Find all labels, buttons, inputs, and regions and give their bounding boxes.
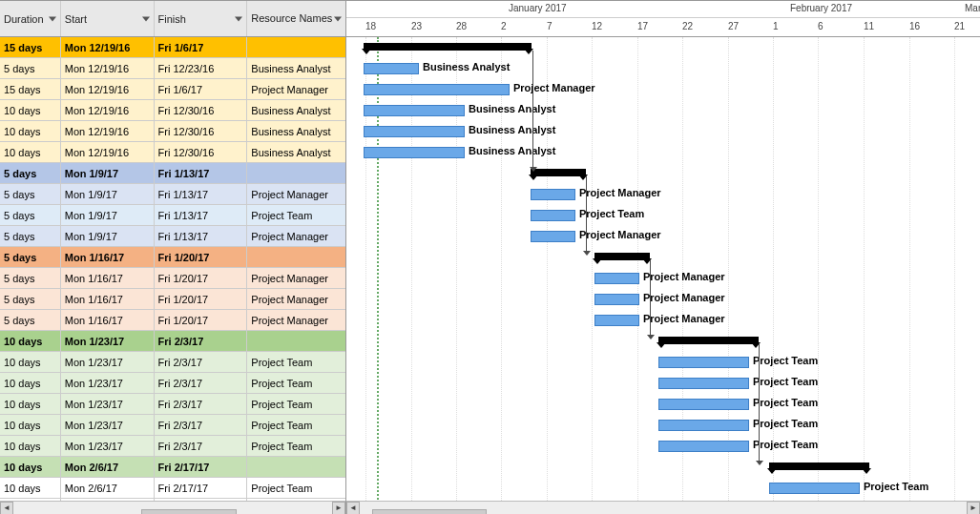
gantt-task-bar[interactable] (658, 357, 749, 368)
cell-start[interactable]: Mon 12/19/16 (61, 100, 155, 120)
col-header-resource[interactable]: Resource Names (247, 1, 345, 36)
table-row[interactable]: 10 daysMon 1/23/17Fri 2/3/17Project Team (0, 373, 345, 394)
table-row[interactable]: 5 daysMon 1/9/17Fri 1/13/17 (0, 163, 345, 184)
table-row[interactable]: 5 daysMon 1/9/17Fri 1/13/17Project Manag… (0, 226, 345, 247)
cell-start[interactable]: Mon 1/9/17 (61, 163, 155, 183)
dropdown-icon[interactable] (49, 16, 56, 21)
cell-start[interactable]: Mon 12/19/16 (61, 121, 155, 141)
col-header-finish[interactable]: Finish (155, 1, 248, 36)
scroll-right-button[interactable]: ► (332, 502, 345, 515)
cell-finish[interactable]: Fri 12/30/16 (155, 142, 248, 162)
gantt-summary-bar[interactable] (769, 463, 869, 470)
gantt-task-bar[interactable] (594, 273, 639, 284)
cell-finish[interactable]: Fri 2/3/17 (155, 436, 248, 456)
cell-resource[interactable]: Business Analyst (247, 121, 345, 141)
cell-finish[interactable]: Fri 2/3/17 (155, 331, 248, 351)
scroll-left-button[interactable]: ◄ (346, 502, 360, 515)
cell-start[interactable]: Mon 12/19/16 (61, 142, 155, 162)
col-header-duration[interactable]: Duration (0, 1, 61, 36)
cell-duration[interactable]: 10 days (0, 436, 61, 456)
cell-start[interactable]: Mon 1/16/17 (61, 268, 155, 288)
table-row[interactable]: 10 daysMon 12/19/16Fri 12/30/16Business … (0, 142, 345, 163)
cell-start[interactable]: Mon 12/19/16 (61, 79, 155, 99)
gantt-task-bar[interactable] (658, 420, 749, 431)
cell-resource[interactable]: Project Team (247, 436, 345, 456)
cell-duration[interactable]: 5 days (0, 268, 61, 288)
cell-start[interactable]: Mon 1/23/17 (61, 394, 155, 414)
table-row[interactable]: 10 daysMon 1/23/17Fri 2/3/17Project Team (0, 352, 345, 373)
cell-finish[interactable]: Fri 1/13/17 (155, 184, 248, 204)
table-row[interactable]: 10 daysMon 1/23/17Fri 2/3/17Project Team (0, 394, 345, 415)
gantt-task-bar[interactable] (658, 441, 749, 452)
cell-duration[interactable]: 10 days (0, 478, 61, 498)
cell-start[interactable]: Mon 1/23/17 (61, 415, 155, 435)
cell-finish[interactable]: Fri 2/3/17 (155, 352, 248, 372)
cell-duration[interactable]: 10 days (0, 394, 61, 414)
dropdown-icon[interactable] (142, 16, 150, 21)
cell-start[interactable]: Mon 1/9/17 (61, 226, 155, 246)
cell-resource[interactable]: Project Manager (247, 310, 345, 330)
cell-duration[interactable]: 5 days (0, 58, 61, 78)
cell-duration[interactable]: 5 days (0, 289, 61, 309)
cell-duration[interactable]: 10 days (0, 373, 61, 393)
cell-finish[interactable]: Fri 1/13/17 (155, 226, 248, 246)
table-row[interactable]: 5 daysMon 1/9/17Fri 1/13/17Project Team (0, 205, 345, 226)
cell-finish[interactable]: Fri 1/20/17 (155, 289, 248, 309)
gantt-task-bar[interactable] (364, 84, 510, 95)
cell-resource[interactable]: Business Analyst (247, 100, 345, 120)
cell-finish[interactable]: Fri 1/20/17 (155, 268, 248, 288)
cell-finish[interactable]: Fri 2/3/17 (155, 415, 248, 435)
cell-start[interactable]: Mon 1/9/17 (61, 205, 155, 225)
cell-duration[interactable]: 15 days (0, 37, 61, 57)
cell-duration[interactable]: 10 days (0, 100, 61, 120)
cell-resource[interactable]: Business Analyst (247, 58, 345, 78)
cell-resource[interactable]: Project Team (247, 373, 345, 393)
cell-finish[interactable]: Fri 12/30/16 (155, 100, 248, 120)
dropdown-icon[interactable] (235, 16, 242, 21)
table-row[interactable]: 5 daysMon 1/16/17Fri 1/20/17Project Mana… (0, 310, 345, 331)
cell-resource[interactable]: Project Manager (247, 268, 345, 288)
cell-resource[interactable]: Project Team (247, 205, 345, 225)
cell-resource[interactable]: Project Manager (247, 226, 345, 246)
cell-duration[interactable]: 5 days (0, 247, 61, 267)
col-header-start[interactable]: Start (61, 1, 155, 36)
gantt-task-bar[interactable] (594, 315, 639, 326)
cell-resource[interactable]: Project Team (247, 415, 345, 435)
cell-start[interactable]: Mon 1/16/17 (61, 247, 155, 267)
cell-start[interactable]: Mon 1/23/17 (61, 331, 155, 351)
gantt-task-bar[interactable] (531, 231, 575, 242)
cell-finish[interactable]: Fri 2/17/17 (155, 457, 248, 477)
cell-resource[interactable] (247, 331, 345, 351)
cell-resource[interactable]: Project Team (247, 352, 345, 372)
cell-resource[interactable] (247, 163, 345, 183)
gantt-task-bar[interactable] (364, 105, 465, 116)
gantt-task-bar[interactable] (364, 147, 465, 158)
cell-duration[interactable]: 10 days (0, 331, 61, 351)
cell-start[interactable]: Mon 1/9/17 (61, 184, 155, 204)
gantt-task-bar[interactable] (531, 189, 575, 200)
cell-duration[interactable]: 10 days (0, 457, 61, 477)
table-row[interactable]: 15 daysMon 12/19/16Fri 1/6/17Project Man… (0, 79, 345, 100)
cell-duration[interactable]: 10 days (0, 415, 61, 435)
scroll-thumb[interactable] (141, 509, 237, 515)
cell-finish[interactable]: Fri 1/20/17 (155, 247, 248, 267)
gantt-task-bar[interactable] (531, 210, 575, 221)
gantt-body[interactable]: Business AnalystProject ManagerBusiness … (346, 37, 980, 514)
gantt-task-bar[interactable] (364, 126, 465, 137)
cell-duration[interactable]: 5 days (0, 226, 61, 246)
cell-start[interactable]: Mon 12/19/16 (61, 37, 155, 57)
cell-duration[interactable]: 10 days (0, 121, 61, 141)
scroll-left-button[interactable]: ◄ (0, 502, 13, 515)
gantt-task-bar[interactable] (769, 483, 860, 494)
table-row[interactable]: 10 daysMon 12/19/16Fri 12/30/16Business … (0, 121, 345, 142)
gantt-task-bar[interactable] (658, 399, 749, 410)
cell-start[interactable]: Mon 1/16/17 (61, 289, 155, 309)
cell-finish[interactable]: Fri 1/20/17 (155, 310, 248, 330)
table-row[interactable]: 10 daysMon 2/6/17Fri 2/17/17 (0, 457, 345, 478)
cell-resource[interactable] (247, 247, 345, 267)
cell-duration[interactable]: 15 days (0, 79, 61, 99)
cell-start[interactable]: Mon 2/6/17 (61, 457, 155, 477)
cell-resource[interactable]: Project Manager (247, 184, 345, 204)
table-horizontal-scrollbar[interactable]: ◄ ► (0, 501, 345, 514)
cell-resource[interactable] (247, 457, 345, 477)
